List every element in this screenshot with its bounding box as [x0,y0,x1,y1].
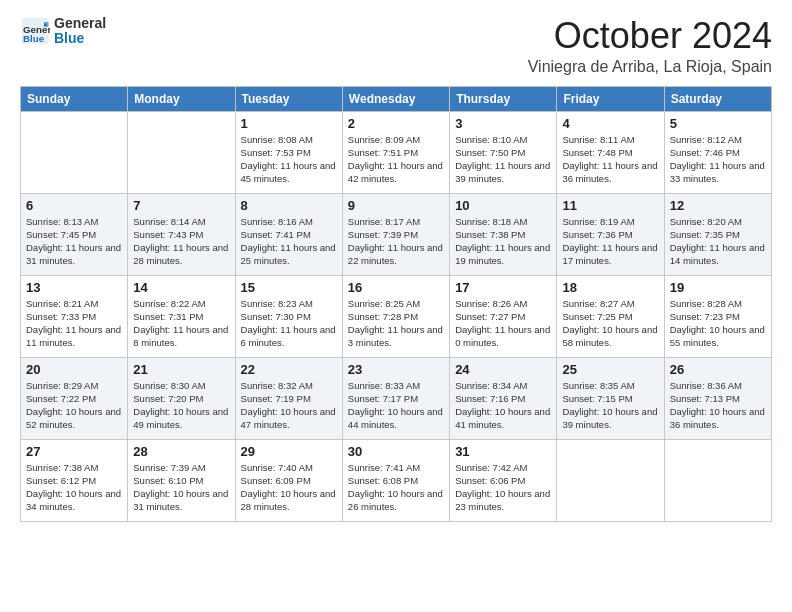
day-info: Sunrise: 8:16 AM Sunset: 7:41 PM Dayligh… [241,215,337,268]
day-number: 7 [133,198,229,213]
day-number: 28 [133,444,229,459]
calendar-cell: 3Sunrise: 8:10 AM Sunset: 7:50 PM Daylig… [450,111,557,193]
calendar-cell: 4Sunrise: 8:11 AM Sunset: 7:48 PM Daylig… [557,111,664,193]
day-info: Sunrise: 8:33 AM Sunset: 7:17 PM Dayligh… [348,379,444,432]
day-info: Sunrise: 8:28 AM Sunset: 7:23 PM Dayligh… [670,297,766,350]
weekday-header: Sunday [21,86,128,111]
location-title: Viniegra de Arriba, La Rioja, Spain [528,58,772,76]
day-number: 27 [26,444,122,459]
calendar-cell: 9Sunrise: 8:17 AM Sunset: 7:39 PM Daylig… [342,193,449,275]
calendar-cell: 29Sunrise: 7:40 AM Sunset: 6:09 PM Dayli… [235,439,342,521]
day-number: 10 [455,198,551,213]
day-info: Sunrise: 8:18 AM Sunset: 7:38 PM Dayligh… [455,215,551,268]
logo: General Blue General Blue [20,16,106,47]
calendar-cell: 26Sunrise: 8:36 AM Sunset: 7:13 PM Dayli… [664,357,771,439]
day-number: 6 [26,198,122,213]
calendar-cell: 25Sunrise: 8:35 AM Sunset: 7:15 PM Dayli… [557,357,664,439]
day-number: 1 [241,116,337,131]
day-number: 22 [241,362,337,377]
day-number: 19 [670,280,766,295]
calendar-cell: 23Sunrise: 8:33 AM Sunset: 7:17 PM Dayli… [342,357,449,439]
calendar-week-row: 20Sunrise: 8:29 AM Sunset: 7:22 PM Dayli… [21,357,772,439]
day-number: 26 [670,362,766,377]
day-info: Sunrise: 7:40 AM Sunset: 6:09 PM Dayligh… [241,461,337,514]
weekday-header: Friday [557,86,664,111]
day-number: 16 [348,280,444,295]
calendar-cell: 13Sunrise: 8:21 AM Sunset: 7:33 PM Dayli… [21,275,128,357]
day-info: Sunrise: 8:32 AM Sunset: 7:19 PM Dayligh… [241,379,337,432]
day-number: 30 [348,444,444,459]
calendar-cell [664,439,771,521]
day-info: Sunrise: 8:14 AM Sunset: 7:43 PM Dayligh… [133,215,229,268]
calendar-cell: 14Sunrise: 8:22 AM Sunset: 7:31 PM Dayli… [128,275,235,357]
calendar-week-row: 27Sunrise: 7:38 AM Sunset: 6:12 PM Dayli… [21,439,772,521]
calendar-cell: 27Sunrise: 7:38 AM Sunset: 6:12 PM Dayli… [21,439,128,521]
day-info: Sunrise: 8:11 AM Sunset: 7:48 PM Dayligh… [562,133,658,186]
calendar-cell: 18Sunrise: 8:27 AM Sunset: 7:25 PM Dayli… [557,275,664,357]
day-info: Sunrise: 8:25 AM Sunset: 7:28 PM Dayligh… [348,297,444,350]
day-number: 21 [133,362,229,377]
calendar-cell: 30Sunrise: 7:41 AM Sunset: 6:08 PM Dayli… [342,439,449,521]
weekday-header: Wednesday [342,86,449,111]
page: General Blue General Blue October 2024 V… [0,0,792,612]
day-info: Sunrise: 8:17 AM Sunset: 7:39 PM Dayligh… [348,215,444,268]
day-number: 17 [455,280,551,295]
calendar-cell: 15Sunrise: 8:23 AM Sunset: 7:30 PM Dayli… [235,275,342,357]
day-number: 8 [241,198,337,213]
header: General Blue General Blue October 2024 V… [20,16,772,76]
month-title: October 2024 [528,16,772,56]
calendar-cell: 21Sunrise: 8:30 AM Sunset: 7:20 PM Dayli… [128,357,235,439]
day-number: 23 [348,362,444,377]
calendar-cell: 1Sunrise: 8:08 AM Sunset: 7:53 PM Daylig… [235,111,342,193]
calendar-cell: 8Sunrise: 8:16 AM Sunset: 7:41 PM Daylig… [235,193,342,275]
day-number: 31 [455,444,551,459]
day-number: 5 [670,116,766,131]
calendar-header-row: SundayMondayTuesdayWednesdayThursdayFrid… [21,86,772,111]
day-info: Sunrise: 8:20 AM Sunset: 7:35 PM Dayligh… [670,215,766,268]
calendar-cell: 12Sunrise: 8:20 AM Sunset: 7:35 PM Dayli… [664,193,771,275]
calendar-cell [557,439,664,521]
day-info: Sunrise: 8:34 AM Sunset: 7:16 PM Dayligh… [455,379,551,432]
day-info: Sunrise: 8:35 AM Sunset: 7:15 PM Dayligh… [562,379,658,432]
day-info: Sunrise: 7:38 AM Sunset: 6:12 PM Dayligh… [26,461,122,514]
day-info: Sunrise: 8:13 AM Sunset: 7:45 PM Dayligh… [26,215,122,268]
day-number: 11 [562,198,658,213]
calendar-cell [128,111,235,193]
calendar-cell: 28Sunrise: 7:39 AM Sunset: 6:10 PM Dayli… [128,439,235,521]
weekday-header: Monday [128,86,235,111]
calendar: SundayMondayTuesdayWednesdayThursdayFrid… [20,86,772,522]
calendar-week-row: 13Sunrise: 8:21 AM Sunset: 7:33 PM Dayli… [21,275,772,357]
day-number: 24 [455,362,551,377]
svg-text:Blue: Blue [23,33,45,44]
day-number: 20 [26,362,122,377]
title-block: October 2024 Viniegra de Arriba, La Rioj… [528,16,772,76]
day-number: 25 [562,362,658,377]
calendar-cell: 10Sunrise: 8:18 AM Sunset: 7:38 PM Dayli… [450,193,557,275]
calendar-cell: 5Sunrise: 8:12 AM Sunset: 7:46 PM Daylig… [664,111,771,193]
calendar-week-row: 6Sunrise: 8:13 AM Sunset: 7:45 PM Daylig… [21,193,772,275]
weekday-header: Thursday [450,86,557,111]
day-number: 4 [562,116,658,131]
calendar-cell: 11Sunrise: 8:19 AM Sunset: 7:36 PM Dayli… [557,193,664,275]
day-number: 29 [241,444,337,459]
calendar-cell: 2Sunrise: 8:09 AM Sunset: 7:51 PM Daylig… [342,111,449,193]
day-info: Sunrise: 7:39 AM Sunset: 6:10 PM Dayligh… [133,461,229,514]
calendar-cell: 20Sunrise: 8:29 AM Sunset: 7:22 PM Dayli… [21,357,128,439]
day-info: Sunrise: 8:26 AM Sunset: 7:27 PM Dayligh… [455,297,551,350]
calendar-cell: 16Sunrise: 8:25 AM Sunset: 7:28 PM Dayli… [342,275,449,357]
day-number: 3 [455,116,551,131]
calendar-week-row: 1Sunrise: 8:08 AM Sunset: 7:53 PM Daylig… [21,111,772,193]
day-number: 9 [348,198,444,213]
day-number: 15 [241,280,337,295]
calendar-cell: 31Sunrise: 7:42 AM Sunset: 6:06 PM Dayli… [450,439,557,521]
day-info: Sunrise: 8:12 AM Sunset: 7:46 PM Dayligh… [670,133,766,186]
day-info: Sunrise: 8:09 AM Sunset: 7:51 PM Dayligh… [348,133,444,186]
day-info: Sunrise: 8:36 AM Sunset: 7:13 PM Dayligh… [670,379,766,432]
day-info: Sunrise: 8:21 AM Sunset: 7:33 PM Dayligh… [26,297,122,350]
day-info: Sunrise: 8:23 AM Sunset: 7:30 PM Dayligh… [241,297,337,350]
day-info: Sunrise: 7:41 AM Sunset: 6:08 PM Dayligh… [348,461,444,514]
day-info: Sunrise: 8:27 AM Sunset: 7:25 PM Dayligh… [562,297,658,350]
logo-icon: General Blue [20,16,50,46]
day-info: Sunrise: 8:08 AM Sunset: 7:53 PM Dayligh… [241,133,337,186]
day-number: 2 [348,116,444,131]
